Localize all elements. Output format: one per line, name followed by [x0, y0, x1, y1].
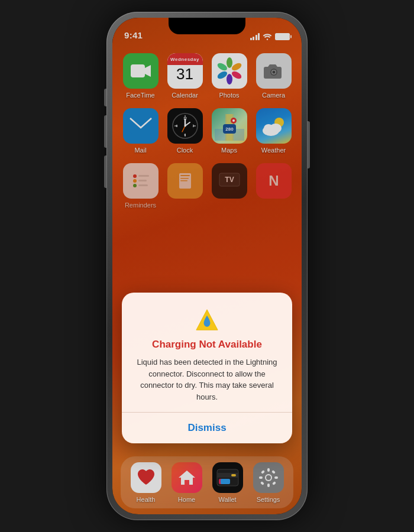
power-button[interactable]: [308, 121, 310, 168]
volume-down-button[interactable]: [104, 155, 106, 188]
alert-message: Liquid has been detected in the Lightnin…: [134, 356, 280, 403]
alert-dialog: Charging Not Available Liquid has been d…: [122, 293, 292, 443]
phone-frame: 9:41: [106, 12, 308, 520]
home-screen: 9:41: [112, 18, 302, 514]
mute-button[interactable]: [104, 89, 106, 106]
alert-body: Charging Not Available Liquid has been d…: [122, 293, 292, 412]
phone-screen: 9:41: [112, 18, 302, 514]
liquid-warning-icon: [194, 307, 220, 333]
volume-up-button[interactable]: [104, 115, 106, 148]
dismiss-button[interactable]: Dismiss: [122, 413, 292, 443]
alert-title: Charging Not Available: [152, 339, 262, 351]
